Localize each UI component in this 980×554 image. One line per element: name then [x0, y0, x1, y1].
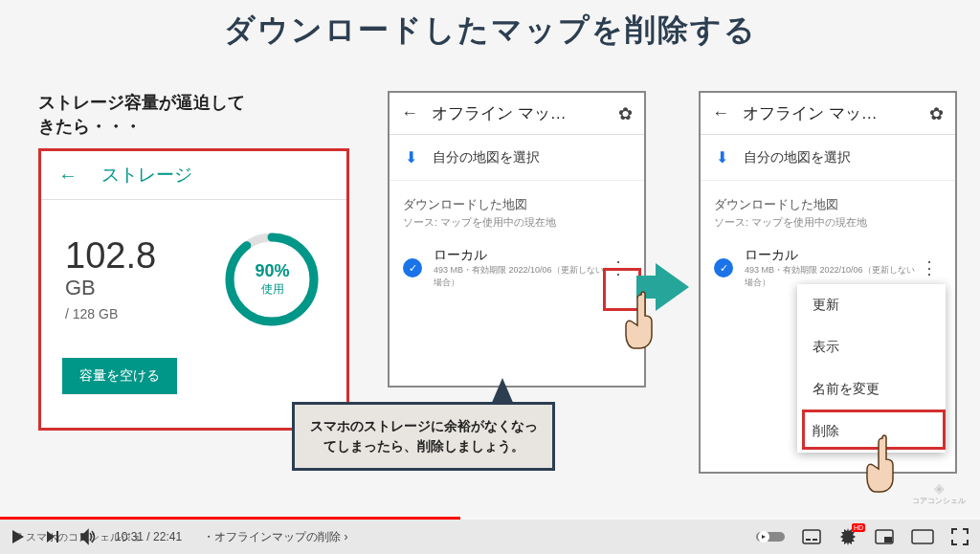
storage-title: ストレージ [101, 163, 192, 188]
ring-percent: 90% [255, 261, 289, 281]
storage-ring: 90% 使用 [222, 229, 323, 329]
watermark-text: コアコンシェル [912, 496, 966, 506]
callout-box: スマホのストレージに余裕がなくなってしまったら、削除しましょう。 [292, 402, 555, 471]
back-arrow-icon[interactable]: ← [58, 165, 78, 187]
menu-rename[interactable]: 名前を変更 [797, 368, 946, 410]
slide-content: ダウンロードしたマップを削除する ストレージ容量が逼迫して きたら・・・ ← ス… [0, 0, 980, 554]
storage-body: 102.8 GB / 128 GB 90% 使用 [41, 200, 346, 358]
free-space-button[interactable]: 容量を空ける [62, 358, 177, 394]
select-map-row[interactable]: ⬇ 自分の地図を選択 [390, 135, 644, 181]
menu-update[interactable]: 更新 [797, 284, 946, 326]
miniplayer-button[interactable] [875, 529, 894, 544]
time-display: 10:31 / 22:41 [115, 530, 182, 543]
back-arrow-icon[interactable]: ← [712, 103, 729, 123]
watermark-icon: ◈ [912, 480, 966, 496]
watermark: ◈ コアコンシェル [912, 480, 966, 506]
chapter-title[interactable]: ・オフラインマップの削除 › [203, 529, 347, 545]
svg-rect-9 [912, 530, 933, 543]
kebab-menu-icon[interactable]: ⋮ [917, 254, 942, 282]
phone-screen-1: ← オフライン マッ… ✿ ⬇ 自分の地図を選択 ダウンロードした地図 ソース:… [388, 91, 646, 388]
gear-icon[interactable]: ✿ [618, 103, 633, 124]
check-icon: ✓ [714, 258, 733, 277]
pointing-hand-icon [620, 287, 668, 354]
section-label: ダウンロードした地図 [390, 181, 644, 215]
check-icon: ✓ [403, 258, 422, 277]
gear-icon[interactable]: ✿ [929, 103, 944, 124]
storage-used-unit: GB [65, 276, 222, 300]
total-time: 22:41 [153, 530, 182, 543]
section-source: ソース: マップを使用中の現在地 [390, 215, 644, 237]
storage-header: ← ストレージ [41, 151, 346, 200]
ring-text: 使用 [255, 281, 289, 298]
svg-rect-5 [806, 539, 811, 541]
controls-right: HD [756, 527, 969, 546]
player-controls: 🛡 スマホのコンシェルジュ 10:31 / 22:41 ・オフラインマップの削除… [0, 520, 980, 554]
map-meta: 493 MB・有効期限 2022/10/06（更新しない場合） [434, 264, 606, 289]
ring-label: 90% 使用 [255, 261, 289, 298]
theater-button[interactable] [911, 529, 934, 544]
volume-button[interactable] [78, 527, 98, 546]
map-name: ローカル [745, 247, 917, 264]
phone-header: ← オフライン マッ… ✿ [390, 93, 644, 135]
map-name: ローカル [434, 247, 606, 264]
map-info: ローカル 493 MB・有効期限 2022/10/06（更新しない場合） [745, 247, 917, 289]
phone-header: ← オフライン マッ… ✿ [701, 93, 955, 135]
captions-button[interactable] [802, 529, 821, 544]
download-icon: ⬇ [405, 148, 417, 166]
slide-subtitle: ストレージ容量が逼迫して きたら・・・ [38, 91, 245, 139]
next-button[interactable] [44, 528, 61, 545]
storage-total: / 128 GB [65, 306, 222, 321]
fullscreen-button[interactable] [951, 528, 969, 545]
svg-rect-8 [884, 537, 892, 543]
hd-badge: HD [852, 523, 865, 532]
autoplay-toggle[interactable] [756, 530, 785, 543]
svg-rect-6 [813, 539, 817, 541]
menu-view[interactable]: 表示 [797, 326, 946, 368]
select-map-text: 自分の地図を選択 [433, 149, 540, 166]
section-source: ソース: マップを使用中の現在地 [701, 215, 955, 237]
pointing-hand-icon [861, 431, 909, 498]
select-map-row[interactable]: ⬇ 自分の地図を選択 [701, 135, 955, 181]
select-map-text: 自分の地図を選択 [744, 149, 851, 166]
phone-title: オフライン マッ… [432, 102, 618, 124]
play-button[interactable] [8, 527, 27, 546]
svg-rect-4 [803, 530, 820, 543]
phone-title: オフライン マッ… [743, 102, 929, 124]
storage-panel: ← ストレージ 102.8 GB / 128 GB 90% 使用 容量を空ける [38, 148, 349, 431]
back-arrow-icon[interactable]: ← [401, 103, 418, 123]
storage-text: 102.8 GB / 128 GB [65, 237, 222, 321]
controls-left: 10:31 / 22:41 ・オフラインマップの削除 › [8, 527, 347, 546]
current-time: 10:31 [115, 530, 144, 543]
map-info: ローカル 493 MB・有効期限 2022/10/06（更新しない場合） [434, 247, 606, 289]
storage-used-value: 102.8 [65, 237, 222, 274]
download-icon: ⬇ [716, 148, 728, 166]
settings-button[interactable]: HD [838, 527, 858, 546]
section-label: ダウンロードした地図 [701, 181, 955, 215]
slide-title: ダウンロードしたマップを削除する [0, 10, 980, 52]
